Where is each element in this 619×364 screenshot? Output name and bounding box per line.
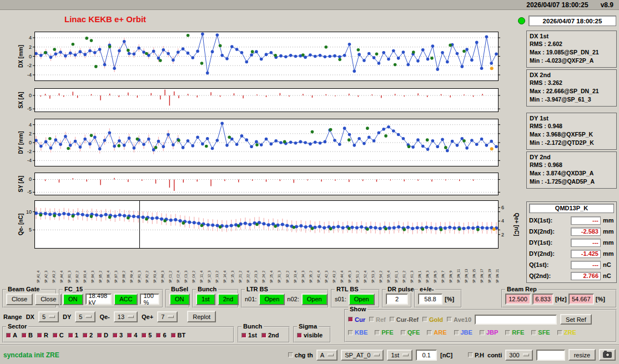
bunch-1st-checkbox[interactable]: 1st <box>241 332 257 338</box>
bpm-label: SP_24_2 <box>261 250 265 283</box>
sector-5-checkbox[interactable]: 5 <box>142 332 152 338</box>
svg-text:10: 10 <box>26 209 32 215</box>
checkbox-indicator <box>531 330 536 335</box>
qmd-device-name[interactable]: QMD13P_K <box>529 204 614 213</box>
sector-b-checkbox[interactable]: B <box>22 332 33 338</box>
show-kbe-checkbox[interactable]: KBE <box>348 329 368 336</box>
optionmenu-indicator <box>128 315 134 318</box>
show-pfe-checkbox[interactable]: PFE <box>375 329 393 336</box>
bpm-select[interactable]: SP_AT_0 <box>341 350 384 361</box>
ltr-n01-open-button[interactable]: Open <box>259 294 285 305</box>
bpm-label: SP_B8_2 <box>122 250 125 283</box>
show-ave10-checkbox[interactable]: Ave10 <box>447 316 471 323</box>
beam-gate-close-button-1[interactable]: Close <box>6 294 33 305</box>
ph-label: P.H <box>475 352 484 358</box>
sector-frame: Sector ABRC12D3456BT <box>2 326 234 343</box>
checkbox-label: B <box>28 332 33 338</box>
optionmenu-indicator <box>49 315 55 318</box>
show-frame: Show CurRefCur-RefGoldAve10 Set Ref KBEP… <box>344 309 617 342</box>
sector-c-checkbox[interactable]: C <box>53 332 64 338</box>
checkbox-indicator <box>557 330 562 335</box>
sector-r-checkbox[interactable]: R <box>37 332 48 338</box>
dr-pulse-value: 2 <box>386 294 408 305</box>
svg-text:4: 4 <box>29 35 32 41</box>
checkbox-indicator <box>6 333 11 338</box>
rtl-bs-frame: RTL BS s01: Open <box>331 289 380 308</box>
show-jbp-checkbox[interactable]: JBP <box>480 329 498 336</box>
optionmenu-indicator <box>523 353 529 356</box>
fc15-acc-button[interactable]: ACC <box>114 294 138 305</box>
svg-text:SX [A]: SX [A] <box>18 92 24 109</box>
show-cur-checkbox[interactable]: Cur <box>348 316 365 323</box>
sector-1-checkbox[interactable]: 1 <box>68 332 78 338</box>
bunch-2nd-checkbox[interactable]: 2nd <box>261 332 279 338</box>
show-ref-checkbox[interactable]: Ref <box>369 316 386 323</box>
set-ref-button[interactable]: Set Ref <box>560 314 592 325</box>
checkbox-indicator <box>156 333 161 338</box>
show-are-checkbox[interactable]: ARE <box>427 329 446 336</box>
checkbox-label: 5 <box>148 332 152 338</box>
beam-rep-pct-unit: [%] <box>596 296 605 302</box>
e-ratio-value: 58.8 <box>418 294 442 305</box>
fc15-on-button[interactable]: ON <box>63 294 83 305</box>
rtl-s01-open-button[interactable]: Open <box>349 294 375 305</box>
sector-4-checkbox[interactable]: 4 <box>127 332 137 338</box>
blank-input[interactable] <box>536 350 565 361</box>
replot-button[interactable]: Replot <box>187 311 216 322</box>
option-value: 5 <box>42 314 46 320</box>
chg-th-checkbox[interactable]: chg th <box>288 352 313 358</box>
bpm-label: SP_C1_2 <box>168 250 172 283</box>
bunch-order-select[interactable]: 1st <box>387 350 412 361</box>
range-dy-select[interactable]: 5 <box>75 311 95 322</box>
beam-gate-close-button-2[interactable]: Close <box>35 294 62 305</box>
sigma-visible-checkbox[interactable]: visible <box>297 332 323 338</box>
resize-button[interactable]: resize <box>568 349 596 361</box>
sector-a-checkbox[interactable]: A <box>6 332 17 338</box>
range-qe-select[interactable]: 13 <box>114 311 138 322</box>
sector-3-checkbox[interactable]: 3 <box>113 332 123 338</box>
bpm-label: SP_52_4 <box>363 250 367 283</box>
show-qfe-checkbox[interactable]: QFE <box>401 329 420 336</box>
bpm-label: SP_61_2 <box>402 250 406 283</box>
bpm-label: SP_DN_3 <box>425 250 429 283</box>
checkbox-label: 1 <box>75 332 78 338</box>
stat-line: RMS : 0.968 <box>530 161 613 169</box>
ref-name-input[interactable] <box>475 315 557 325</box>
busel-on-button[interactable]: ON <box>169 294 190 305</box>
qmd-row-value: -2.583 <box>571 228 601 236</box>
show-cur-ref-checkbox[interactable]: Cur-Ref <box>390 316 419 323</box>
sector-select[interactable]: A <box>316 350 338 361</box>
qmd-row-label: Q(2nd): <box>529 272 568 279</box>
threshold-input[interactable]: 0.1 <box>416 350 437 361</box>
qmd-row: DX(2nd):-2.583mm <box>529 226 614 237</box>
checkbox-label: 1st <box>248 332 257 338</box>
camera-button[interactable] <box>599 349 616 361</box>
plot-sx: 0-5SX [A] <box>17 88 519 112</box>
range-qe-select[interactable]: 7 <box>157 311 178 322</box>
svg-text:0: 0 <box>29 140 32 145</box>
range-dx-select[interactable]: 5 <box>38 311 59 322</box>
show-sfe-checkbox[interactable]: SFE <box>531 329 550 336</box>
show-rfe-checkbox[interactable]: RFE <box>505 329 524 336</box>
plot-dx: 420-2-4DX [mm] <box>17 32 519 81</box>
bpm-label: SP_B2_2 <box>75 250 79 283</box>
show-jbe-checkbox[interactable]: JBE <box>454 329 472 336</box>
ph-checkbox[interactable]: P.H <box>468 352 484 358</box>
interval-select[interactable]: 300 <box>505 350 532 361</box>
checkbox-indicator <box>427 330 432 335</box>
checkbox-label: visible <box>304 332 323 338</box>
ltr-n02-open-button[interactable]: Open <box>301 294 328 305</box>
bpm-label: SP_61_3 <box>410 250 414 283</box>
bunch-1st-button[interactable]: 1st <box>196 294 215 305</box>
sector-bt-checkbox[interactable]: BT <box>171 332 186 338</box>
show-gold-checkbox[interactable]: Gold <box>422 316 443 323</box>
bunch-2nd-button[interactable]: 2nd <box>218 294 239 305</box>
svg-text:-4: -4 <box>27 72 32 78</box>
sector-2-checkbox[interactable]: 2 <box>83 332 93 338</box>
bpm-label: SP_B3_4 <box>83 250 87 283</box>
show-zre-checkbox[interactable]: ZRE <box>557 329 576 336</box>
bpm-label: SP_45_3 <box>348 250 351 283</box>
sector-6-checkbox[interactable]: 6 <box>156 332 166 338</box>
stat-box-dx-1st: DX 1stRMS : 2.602Max : 19.085@SP_DN_21Mi… <box>526 31 617 68</box>
sector-d-checkbox[interactable]: D <box>97 332 108 338</box>
